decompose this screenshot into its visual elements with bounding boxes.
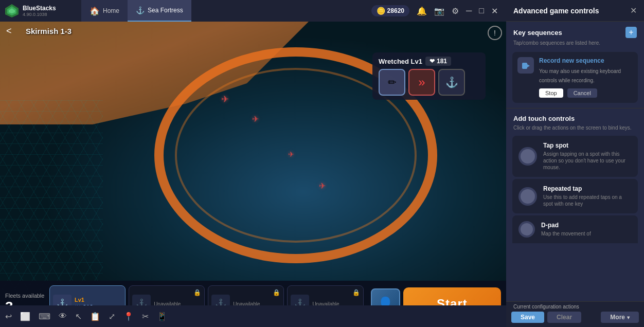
tab-sea-fortress[interactable]: ⚓ Sea Fortress	[128, 0, 191, 22]
divider-1	[506, 108, 644, 108]
lock-icon-3: 🔒	[273, 289, 280, 296]
fleets-available-text: Fleets available	[5, 293, 46, 299]
mobile-icon[interactable]: 📱	[157, 312, 167, 321]
d-pad-card-partial[interactable]: D-pad Map the movement of	[512, 215, 638, 243]
key-sequences-section-header: Key sequences +	[506, 22, 644, 40]
fullscreen-icon[interactable]: ⤢	[109, 312, 115, 321]
record-svg-icon	[521, 60, 531, 70]
home-tab-icon: 🏠	[90, 6, 100, 16]
repeated-tap-desc: Use this to add repeated taps on a spot …	[543, 194, 632, 207]
coins-display: 🪙 28620	[371, 5, 409, 16]
cancel-button[interactable]: Cancel	[567, 88, 597, 98]
touch-controls-title: Add touch controls	[513, 115, 637, 122]
coin-amount: 28620	[387, 7, 404, 14]
tap-spot-text: Tap spot Assign tapping on a spot with t…	[543, 142, 632, 171]
hex-grid	[0, 100, 103, 305]
unit-name: Wretched Lv1	[379, 58, 422, 65]
add-sequence-btn[interactable]: +	[625, 27, 637, 38]
notification-icon[interactable]: 🔔	[417, 6, 427, 16]
lock-icon-4: 🔒	[352, 289, 360, 296]
d-pad-desc: Map the movement of	[541, 230, 632, 237]
camera-icon[interactable]: 📷	[434, 6, 444, 16]
settings-icon[interactable]: ⚙	[452, 6, 459, 16]
minimize-icon[interactable]: ─	[466, 6, 472, 15]
sea-fortress-tab-icon: ⚓	[136, 6, 145, 14]
window-icon[interactable]: ⬜	[20, 312, 30, 321]
scissors-icon[interactable]: ✂	[142, 312, 149, 321]
record-actions: Stop Cancel	[539, 88, 633, 98]
agc-title: Advanced game controls	[513, 7, 630, 15]
record-sequence-box: Record new sequence You may also use exi…	[512, 52, 638, 103]
alert-icon[interactable]: !	[488, 26, 502, 40]
record-desc: You may also use existing keyboard contr…	[539, 68, 621, 83]
repeated-tap-text: Repeated tap Use this to add repeated ta…	[543, 185, 632, 207]
breadcrumb: Skirmish 1-3	[26, 27, 71, 35]
coin-icon: 🪙	[377, 7, 385, 15]
camera-view-icon[interactable]: 👁	[59, 312, 67, 321]
cursor-icon[interactable]: ↖	[75, 312, 82, 321]
ship-3: ✈	[288, 150, 294, 158]
repeated-tap-name: Repeated tap	[543, 185, 632, 192]
top-bar: BlueStacks 4.90.0.1038 🏠 Home ⚓ Sea Fort…	[0, 0, 506, 22]
brand-text: BlueStacks 4.90.0.1038	[23, 5, 56, 17]
key-sequences-title: Key sequences	[513, 29, 625, 37]
repeated-tap-thumb	[518, 187, 537, 206]
unit-action-move[interactable]: »	[408, 69, 435, 96]
agc-header: Advanced game controls ✕	[506, 0, 644, 22]
location-icon[interactable]: 📍	[123, 312, 134, 321]
repeated-tap-card[interactable]: Repeated tap Use this to add repeated ta…	[512, 179, 638, 213]
unit-info-box: Wretched Lv1 ❤ 181 ✏ » ⚓	[372, 52, 486, 100]
keyboard-icon[interactable]: ⌨	[39, 312, 50, 321]
bluestacks-logo: BlueStacks 4.90.0.1038	[4, 3, 81, 19]
more-label: More	[610, 314, 625, 321]
save-button[interactable]: Save	[511, 312, 544, 323]
restore-icon[interactable]: □	[479, 6, 484, 15]
record-link[interactable]: Record new sequence	[539, 57, 633, 64]
unit-title: Wretched Lv1 ❤ 181	[379, 57, 479, 66]
game-canvas: ✈ ✈ ✈ ✈ < Skirmish 1-3 ! Wretched Lv1 ❤ …	[0, 22, 506, 305]
touch-controls-subtitle: Click or drag the actions on the screen …	[506, 124, 644, 134]
unit-hp-display: ❤ 181	[425, 57, 451, 66]
ship-2: ✈	[252, 114, 259, 124]
ship-4: ✈	[319, 181, 326, 191]
ship-1: ✈	[221, 94, 229, 105]
clear-button[interactable]: Clear	[547, 312, 581, 323]
bottom-toolbar: ↩ ⬜ ⌨ 👁 ↖ 📋 ⤢ 📍 ✂ 📱	[0, 305, 506, 327]
top-right-controls: 🪙 28620 🔔 📷 ⚙ ─ □ ✕	[371, 5, 502, 16]
record-content: Record new sequence You may also use exi…	[539, 57, 633, 98]
tab-home[interactable]: 🏠 Home	[81, 0, 128, 22]
agc-close-button[interactable]: ✕	[630, 7, 637, 15]
undo-icon[interactable]: ↩	[5, 312, 12, 321]
home-tab-label: Home	[103, 7, 119, 14]
game-area: BlueStacks 4.90.0.1038 🏠 Home ⚓ Sea Fort…	[0, 0, 506, 327]
hp-icon: ❤	[430, 58, 435, 65]
clipboard-icon[interactable]: 📋	[90, 312, 100, 321]
tap-spot-card[interactable]: Tap spot Assign tapping on a spot with t…	[512, 136, 638, 177]
d-pad-name: D-pad	[541, 222, 632, 229]
unit-action-anchor[interactable]: ⚓	[438, 69, 465, 96]
agc-body: Key sequences + Tap/combo sequences are …	[506, 22, 644, 301]
touch-controls-header: Add touch controls	[506, 110, 644, 124]
brand-version: 4.90.0.1038	[23, 12, 56, 17]
svg-marker-4	[527, 64, 530, 67]
key-sequences-subtitle: Tap/combo sequences are listed here.	[506, 40, 644, 50]
agc-footer-buttons: Save Clear More ▾	[506, 312, 644, 323]
svg-rect-3	[522, 63, 527, 69]
repeated-tap-thumb-inner	[521, 189, 535, 204]
back-arrow-btn[interactable]: <	[6, 26, 12, 37]
record-icon	[517, 57, 534, 74]
close-icon[interactable]: ✕	[491, 6, 498, 16]
stop-button[interactable]: Stop	[539, 88, 563, 98]
unit-actions: ✏ » ⚓	[379, 69, 479, 96]
chevron-down-icon: ▾	[627, 315, 630, 320]
bluestacks-logo-icon	[4, 3, 20, 19]
lock-icon-2: 🔒	[193, 289, 201, 296]
d-pad-thumb-inner	[521, 223, 533, 235]
fleet-level-1: Lv1	[75, 297, 122, 303]
tap-spot-thumb-inner	[521, 149, 535, 164]
agc-footer-title: Current configuration actions	[506, 304, 644, 310]
unit-action-write[interactable]: ✏	[379, 69, 405, 96]
more-button[interactable]: More ▾	[601, 312, 639, 323]
sea-fortress-tab-label: Sea Fortress	[148, 7, 183, 14]
d-pad-thumb	[518, 221, 535, 238]
